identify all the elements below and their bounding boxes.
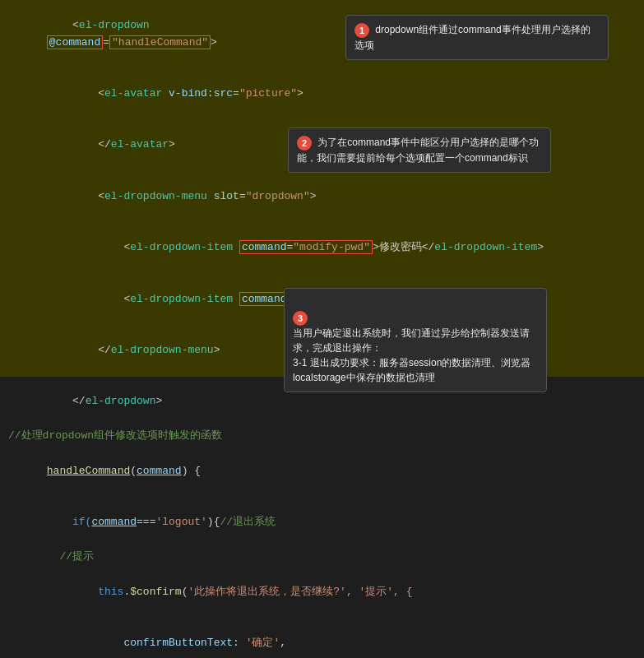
- code-line: confirmButtonText: '确定',: [0, 618, 644, 658]
- code-area: <el-dropdown @command="handleCommand"> <…: [0, 0, 644, 658]
- code-line: //提示: [0, 549, 644, 567]
- tooltip-1: 1 dropdown组件通过command事件处理用户选择的选项: [345, 15, 609, 60]
- code-line: <el-dropdown-item command="modify-pwd">修…: [0, 222, 644, 273]
- code-line: handleCommand(command) {: [0, 446, 644, 497]
- tooltip-1-text: dropdown组件通过command事件处理用户选择的选项: [354, 24, 591, 51]
- tooltip-2-number: 2: [297, 136, 312, 151]
- command-attr-box: @command: [47, 35, 103, 49]
- tooltip-3: 3 当用户确定退出系统时，我们通过异步给控制器发送请求，完成退出操作： 3-1 …: [284, 288, 547, 392]
- code-line: //处理dropdown组件修改选项时触发的函数: [0, 428, 644, 446]
- tooltip-3-text: 当用户确定退出系统时，我们通过异步给控制器发送请求，完成退出操作： 3-1 退出…: [293, 327, 530, 383]
- tooltip-2-text: 为了在command事件中能区分用户选择的是哪个功能，我们需要提前给每个选项配置…: [297, 137, 539, 164]
- tooltip-3-number: 3: [293, 311, 308, 326]
- code-line: if(command==='logout'){//退出系统: [0, 497, 644, 548]
- tooltip-1-number: 1: [354, 23, 369, 38]
- code-line: this.$confirm('此操作将退出系统，是否继续?', '提示', {: [0, 567, 644, 618]
- code-line: <el-avatar v-bind:src="picture">: [0, 68, 644, 119]
- tooltip-2: 2 为了在command事件中能区分用户选择的是哪个功能，我们需要提前给每个选项…: [288, 127, 551, 173]
- command-modify-box: command="modify-pwd": [239, 240, 373, 254]
- code-line: <el-dropdown-menu slot="dropdown">: [0, 171, 644, 222]
- handle-command-val-box: "handleCommand": [109, 35, 211, 49]
